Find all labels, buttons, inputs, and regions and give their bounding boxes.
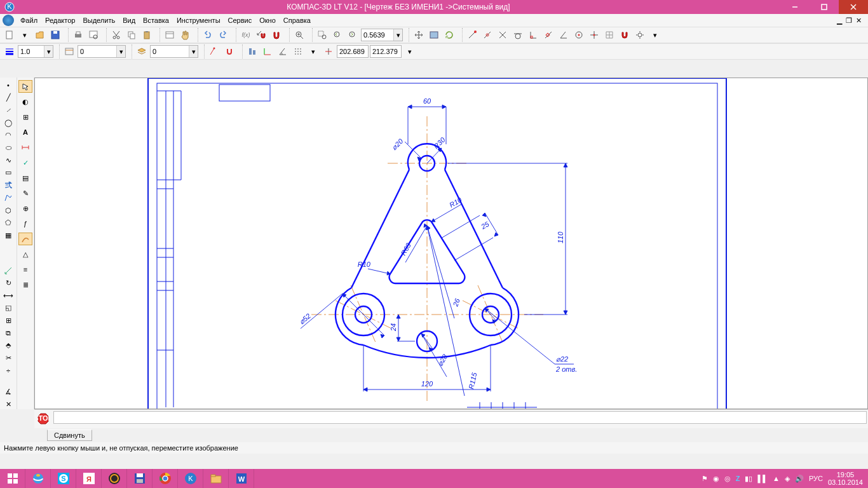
cp-line[interactable]: ╱ [1, 93, 15, 103]
cp-array[interactable]: ⊞ [1, 316, 15, 326]
cp-hex[interactable]: ⬡ [1, 205, 15, 215]
task-explorer[interactable] [203, 469, 229, 488]
menu-tools[interactable]: Инструменты [173, 15, 224, 25]
cp-trim[interactable]: ✂ [1, 353, 15, 363]
cp-deform[interactable]: ⬘ [1, 341, 15, 351]
tray-lang[interactable]: РУС [809, 475, 823, 482]
mdi-minimize-icon[interactable]: ▁ [837, 17, 842, 25]
layer-input[interactable]: ▾ [150, 45, 198, 58]
menu-editor[interactable]: Редактор [41, 15, 79, 25]
linewidth-icon[interactable] [3, 44, 17, 58]
cp-circle[interactable]: ◯ [1, 118, 15, 128]
linewidth-input[interactable]: ▾ [18, 45, 53, 58]
cp-measure[interactable]: ∡ [1, 387, 15, 397]
chevron-down-icon[interactable]: ▾ [189, 46, 198, 57]
snap-angle-button[interactable] [557, 28, 571, 42]
snap-toggle-1[interactable] [207, 44, 221, 58]
close-button[interactable] [839, 0, 868, 14]
start-button[interactable] [0, 469, 25, 488]
save-button[interactable] [48, 28, 62, 42]
tp-param[interactable]: ƒ [18, 217, 32, 230]
snap-near-button[interactable] [541, 28, 555, 42]
hand-button[interactable] [178, 28, 192, 42]
tray-network-icon[interactable]: ▌▌ [757, 475, 768, 482]
chevron-down-icon[interactable]: ▾ [393, 29, 402, 41]
tp-spec[interactable]: ≡ [18, 263, 32, 276]
cp-text[interactable]: 弍 [1, 180, 15, 191]
tp-text[interactable]: A [18, 126, 32, 139]
copy-button[interactable] [125, 28, 139, 42]
magnet-arrow-button[interactable] [254, 28, 268, 42]
zoom-prev-button[interactable] [330, 28, 344, 42]
cp-break[interactable]: ÷ [1, 366, 15, 376]
pan-button[interactable] [412, 28, 426, 42]
new-dropdown[interactable]: ▾ [18, 28, 32, 42]
grid-icon[interactable] [291, 44, 305, 58]
task-kompas[interactable]: K [178, 469, 203, 488]
tp-curve[interactable] [18, 233, 32, 245]
snap-config-button[interactable] [633, 28, 647, 42]
task-aimp[interactable] [102, 469, 127, 488]
tray-nvidia-icon[interactable]: ◈ [785, 475, 790, 483]
maximize-button[interactable] [810, 0, 839, 14]
snap-intersect-button[interactable] [496, 28, 510, 42]
tp-dim[interactable] [18, 141, 32, 154]
snap-magnet-button[interactable] [618, 28, 632, 42]
app-orb-icon[interactable] [3, 15, 14, 26]
menu-help[interactable]: Справка [280, 15, 315, 25]
task-skype[interactable]: S [51, 469, 76, 488]
mdi-restore-icon[interactable]: ❐ [846, 17, 852, 25]
task-ie[interactable] [25, 469, 51, 488]
task-save[interactable] [127, 469, 153, 488]
menu-window[interactable]: Окно [255, 15, 280, 25]
magnet-button[interactable] [269, 28, 283, 42]
tp-lines[interactable]: ≣ [18, 278, 32, 291]
cp-rotate[interactable]: ↻ [1, 278, 15, 288]
tray-shield-icon[interactable]: ▲ [773, 475, 780, 482]
snap-toggle-2[interactable] [222, 44, 236, 58]
snap-tangent-button[interactable] [511, 28, 525, 42]
tray-clock[interactable]: 19:05 03.10.2014 [828, 471, 863, 486]
mdi-close-icon[interactable]: ✕ [856, 17, 862, 25]
tray-eye-icon[interactable]: ◉ [713, 475, 719, 483]
zoom-window-button[interactable] [315, 28, 329, 42]
tp-geometry[interactable]: ◐ [18, 95, 32, 108]
style-input[interactable]: ▾ [78, 45, 126, 58]
snap-grid-button[interactable] [602, 28, 616, 42]
cp-del[interactable]: ✕ [1, 399, 15, 409]
chevron-down-icon[interactable]: ▾ [116, 46, 125, 57]
snap-mid-button[interactable] [480, 28, 494, 42]
stop-button[interactable]: STOP [36, 411, 51, 426]
parameter-input[interactable] [53, 411, 867, 424]
open-button[interactable] [33, 28, 47, 42]
tp-select[interactable] [18, 80, 32, 93]
tray-volume-icon[interactable]: 🔊 [795, 475, 804, 483]
menu-view[interactable]: Вид [119, 15, 139, 25]
snap-dropdown[interactable]: ▾ [648, 28, 662, 42]
cp-copy[interactable]: ⧉ [1, 328, 15, 338]
menu-service[interactable]: Сервис [224, 15, 256, 25]
tp-view[interactable]: △ [18, 248, 32, 261]
tray-battery-icon[interactable]: ▮▯ [745, 475, 752, 483]
task-word[interactable]: W [229, 469, 254, 488]
cp-ellipse[interactable]: ⬭ [1, 143, 15, 153]
grid-dropdown[interactable]: ▾ [306, 44, 320, 58]
cp-arc[interactable]: ◠ [1, 130, 15, 140]
task-yandex[interactable]: Я [76, 469, 102, 488]
tp-hatch[interactable]: ▤ [18, 172, 32, 184]
tray-flag-icon[interactable]: ⚑ [702, 475, 708, 483]
properties-button[interactable] [163, 28, 177, 42]
undo-button[interactable] [201, 28, 215, 42]
new-doc-button[interactable] [3, 28, 17, 42]
zoom-fit-button[interactable] [427, 28, 441, 42]
cp-mirror[interactable]: ⟷ [1, 290, 15, 301]
chevron-down-icon[interactable]: ▾ [44, 46, 53, 57]
zoom-next-button[interactable] [346, 28, 360, 42]
fx-button[interactable]: f(x) [239, 28, 253, 42]
cp-move[interactable] [1, 266, 15, 276]
zoom-value-input[interactable]: ▾ [361, 29, 403, 41]
tp-edit[interactable]: ✎ [18, 187, 32, 200]
print-button[interactable] [71, 28, 85, 42]
drawing-canvas[interactable]: 60 ⌀20 R30 R10 25 110 R63 R10 ⌀52 24 26 … [34, 78, 868, 409]
cp-contour[interactable] [1, 193, 15, 203]
